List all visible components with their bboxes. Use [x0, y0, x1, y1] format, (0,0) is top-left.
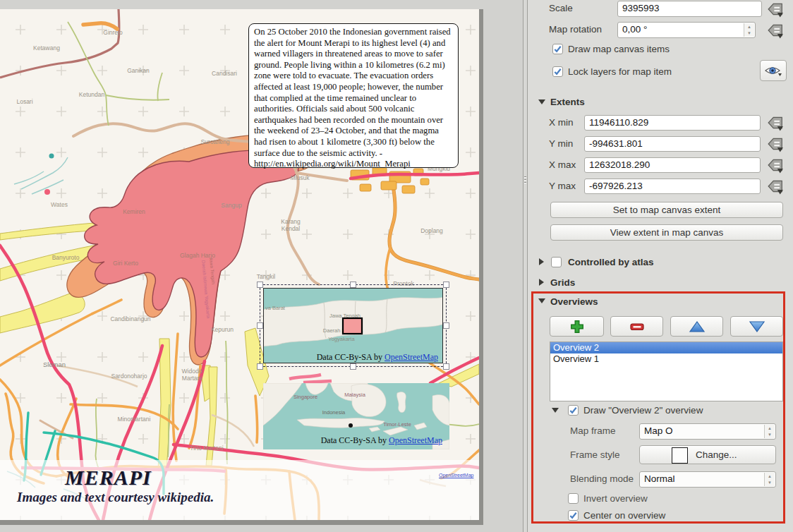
overview2-credit: Data CC-By-SA by OpenStreetMap [321, 435, 442, 446]
svg-text:Suroteleng: Suroteleng [200, 138, 229, 145]
draw-map-canvas-items-label: Draw map canvas items [568, 44, 670, 54]
svg-text:Kemiren: Kemiren [123, 208, 145, 215]
map-rotation-spinbox[interactable]: 0,00 ° ▲▼ [617, 22, 756, 38]
controlled-by-atlas-checkbox[interactable] [551, 257, 562, 267]
data-defined-override-icon[interactable] [767, 157, 784, 174]
selection-handle[interactable] [257, 322, 263, 329]
atlas-collapse-arrow[interactable] [539, 258, 544, 265]
page-shadow [0, 520, 483, 525]
grids-section-title[interactable]: Grids [550, 277, 575, 288]
annotation-text-box[interactable]: On 25 October 2010 the Indonesian govern… [248, 23, 459, 168]
frame-style-button[interactable]: Change... [639, 445, 776, 464]
lock-layers-checkbox[interactable] [552, 66, 563, 77]
openstreetmap-link[interactable]: OpenStreetMap [385, 352, 438, 362]
up-arrow-icon [689, 320, 706, 334]
selection-handle[interactable] [257, 363, 263, 370]
svg-text:Kendal: Kendal [282, 225, 301, 232]
data-defined-override-icon[interactable] [767, 22, 784, 39]
combo-arrows[interactable]: ▲▼ [764, 473, 775, 486]
map-subtitle[interactable]: Images and text courtesy wikipedia. [17, 490, 271, 505]
page-shadow [479, 9, 483, 525]
overview2-extent-dot [349, 423, 353, 428]
svg-text:Sardonoharjo: Sardonoharjo [111, 373, 147, 380]
svg-text:Mlusuk: Mlusuk [291, 174, 310, 181]
combo-arrows[interactable]: ▲▼ [764, 425, 775, 438]
svg-text:Candibinangun: Candibinangun [110, 315, 150, 322]
selection-handle[interactable] [257, 282, 263, 288]
extents-collapse-arrow[interactable] [538, 99, 545, 104]
add-overview-button[interactable] [550, 316, 604, 337]
draw-overview-checkbox[interactable] [568, 405, 579, 416]
lake-dot [49, 154, 54, 159]
layer-visibility-button[interactable] [760, 60, 787, 81]
svg-text:Ketawang: Ketawang [33, 44, 60, 52]
xmin-label: X min [549, 117, 574, 128]
down-arrow-icon [749, 320, 765, 334]
extents-section-title[interactable]: Extents [550, 97, 585, 107]
overview-map-1[interactable]: va Barat Jawa Tengah Daerah Istimewa Yog… [263, 288, 443, 363]
draw-overview-collapse-arrow[interactable] [552, 408, 559, 413]
overviews-list[interactable]: Overview 2 Overview 1 [550, 341, 783, 401]
svg-text:va Barat: va Barat [265, 305, 286, 311]
map-frame-label: Map frame [570, 425, 616, 436]
svg-text:Yogyakarta: Yogyakarta [328, 336, 355, 342]
remove-overview-button[interactable] [610, 316, 663, 337]
svg-text:Glagah Harjo: Glagah Harjo [180, 252, 215, 259]
svg-text:Prontok: Prontok [393, 280, 414, 287]
xmax-input[interactable]: 12632018.290 [584, 157, 761, 173]
ymax-input[interactable]: -697926.213 [584, 179, 761, 194]
data-defined-override-icon[interactable] [767, 135, 784, 152]
map-title[interactable]: MERAPI [65, 466, 277, 490]
overview1-extent-rect [343, 318, 362, 334]
view-extent-in-map-canvas-button[interactable]: View extent in map canvas [550, 224, 783, 241]
controlled-by-atlas-label[interactable]: Controlled by atlas [568, 257, 654, 267]
svg-text:Ketundan: Ketundan [79, 91, 105, 98]
move-overview-down-button[interactable] [730, 316, 783, 337]
list-item-overview-2[interactable]: Overview 2 [550, 342, 782, 353]
ymin-input[interactable]: -994631.801 [584, 136, 761, 152]
grids-collapse-arrow[interactable] [539, 279, 544, 286]
selection-handle[interactable] [350, 282, 356, 288]
data-defined-override-icon[interactable] [767, 114, 784, 131]
map-frame-combobox[interactable]: Map O ▲▼ [639, 423, 776, 440]
blending-mode-combobox[interactable]: Normal ▲▼ [639, 471, 776, 488]
overviews-collapse-arrow[interactable] [538, 298, 545, 303]
scale-label: Scale [549, 3, 573, 13]
osm-attribution-link[interactable]: OpenStreetMap [439, 473, 473, 478]
draw-map-canvas-items-checkbox[interactable] [552, 44, 563, 54]
svg-text:Banyuroto: Banyuroto [52, 254, 80, 261]
svg-text:Ganikan: Ganikan [127, 67, 150, 74]
minus-icon [629, 318, 646, 335]
panel-splitter[interactable] [523, 0, 528, 532]
plus-icon [569, 319, 585, 334]
svg-text:Sleman: Sleman [43, 361, 66, 368]
svg-text:Sangup: Sangup [221, 202, 242, 209]
xmin-input[interactable]: 11946110.829 [584, 115, 761, 131]
overviews-section-title[interactable]: Overviews [550, 296, 598, 307]
set-to-map-canvas-extent-button[interactable]: Set to map canvas extent [550, 202, 783, 218]
layout-canvas[interactable]: Jawa Tengah Daerah Istimewa Yogyakarta L… [0, 0, 528, 532]
scale-input[interactable]: 9395993 [617, 1, 762, 17]
svg-text:Indonesia: Indonesia [322, 409, 346, 416]
svg-text:Martani: Martani [182, 375, 202, 382]
selection-handle[interactable] [350, 363, 356, 370]
invert-overview-checkbox[interactable] [568, 493, 579, 504]
openstreetmap-link[interactable]: OpenStreetMap [389, 435, 442, 445]
spinner-arrows[interactable]: ▲▼ [744, 23, 754, 37]
selection-handle[interactable] [443, 322, 449, 329]
svg-text:Karang: Karang [281, 218, 301, 225]
eye-icon [764, 64, 782, 77]
selection-handle[interactable] [443, 282, 449, 288]
svg-text:Giri Kerto: Giri Kerto [113, 260, 138, 267]
blending-mode-label: Blending mode [570, 473, 634, 484]
map-page[interactable]: Jawa Tengah Daerah Istimewa Yogyakarta L… [0, 9, 479, 520]
svg-text:Widodo: Widodo [182, 368, 202, 375]
data-defined-override-icon[interactable] [767, 1, 784, 18]
overview-map-2[interactable]: Singapore Malaysia Indonesia Timor-Leste… [263, 383, 449, 449]
draw-overview-label: Draw "Overview 2" overview [583, 405, 703, 416]
center-on-overview-checkbox[interactable] [568, 510, 579, 521]
data-defined-override-icon[interactable] [767, 178, 784, 195]
selection-handle[interactable] [443, 363, 449, 370]
move-overview-up-button[interactable] [670, 316, 723, 337]
list-item-overview-1[interactable]: Overview 1 [550, 353, 782, 365]
